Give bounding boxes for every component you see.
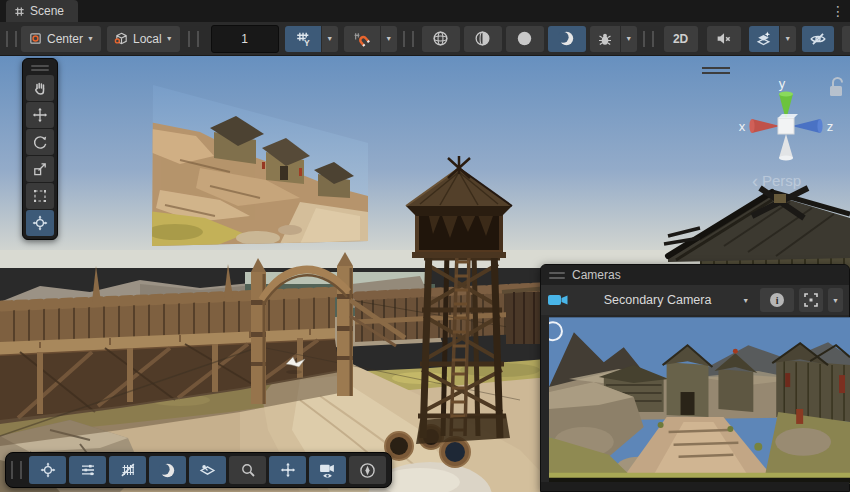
projection-toggle[interactable]: ‹ Persp: [752, 171, 801, 191]
toolbar-drag-handle[interactable]: [643, 31, 654, 47]
svg-text:Y: Y: [304, 38, 310, 47]
overlay-navigation-button[interactable]: [349, 456, 386, 484]
shaded-sphere-icon: [516, 30, 533, 47]
draw-mode-shaded-wireframe-button[interactable]: [464, 26, 502, 52]
audio-muted-icon: [715, 30, 732, 47]
chevron-down-icon: ▼: [742, 297, 749, 304]
draw-mode-wireframe-button[interactable]: [422, 26, 460, 52]
camera-select-value: Secondary Camera: [581, 293, 734, 307]
info-icon: i: [770, 293, 784, 307]
tools-overlay: [22, 58, 58, 240]
overlay-grid-snap-button[interactable]: [109, 456, 146, 484]
rect-tool-button[interactable]: [26, 183, 54, 209]
tools-drag-handle[interactable]: [31, 63, 49, 72]
toolbar-drag-handle[interactable]: [6, 31, 17, 47]
chevron-down-icon: ▼: [326, 35, 333, 42]
hand-icon: [32, 80, 48, 96]
moon-icon: [159, 462, 176, 479]
overlay-search-button[interactable]: [229, 456, 266, 484]
overlays-toolbar: [5, 452, 392, 488]
grid-axis-icon: Y: [294, 30, 311, 47]
overlay-orientation-button[interactable]: [189, 456, 226, 484]
camera-panel-menu-button[interactable]: ▼: [828, 288, 843, 312]
svg-text:Persp: Persp: [762, 172, 801, 189]
snap-toggle-button[interactable]: [344, 26, 380, 52]
orientation-dropdown[interactable]: Local ▼: [107, 26, 180, 52]
move-snap-input[interactable]: [211, 25, 279, 53]
camera-eye-icon: [319, 462, 336, 479]
svg-text:x: x: [739, 119, 746, 134]
snap-menu-button[interactable]: ▼: [381, 26, 397, 52]
more-vertical-icon: ⋮: [831, 3, 845, 19]
scale-icon: [32, 161, 48, 177]
view-hand-tool-button[interactable]: [26, 75, 54, 101]
svg-text:z: z: [827, 119, 834, 134]
chevron-down-icon: ▼: [385, 35, 392, 42]
scene-visibility-button[interactable]: [802, 26, 834, 52]
camera-settings-button[interactable]: [842, 26, 850, 52]
axis-gizmo[interactable]: y x z: [739, 76, 834, 161]
transform-icon: [32, 215, 48, 231]
snap-magnet-icon: [353, 30, 370, 47]
rotate-icon: [32, 134, 48, 150]
transform-icon: [40, 462, 56, 478]
overlay-tools-button[interactable]: [29, 456, 66, 484]
grid-visibility-group: Y ▼: [285, 26, 338, 52]
audio-toggle-button[interactable]: [707, 26, 741, 52]
window-more-menu[interactable]: ⋮: [826, 0, 850, 22]
grid-icon: [14, 6, 25, 17]
grid-visibility-menu-button[interactable]: ▼: [322, 26, 338, 52]
lock-icon[interactable]: [830, 78, 842, 96]
overlay-move-button[interactable]: [269, 456, 306, 484]
overlay-cameras-button[interactable]: [309, 456, 346, 484]
effects-menu-button[interactable]: ▼: [780, 26, 796, 52]
toolbar-drag-handle[interactable]: [403, 31, 414, 47]
gizmo-drag-handle[interactable]: [702, 68, 730, 73]
move-tool-button[interactable]: [26, 102, 54, 128]
debug-modes-group: ▼: [590, 26, 637, 52]
chevron-down-icon: ▼: [832, 297, 839, 304]
grid-visibility-button[interactable]: Y: [285, 26, 321, 52]
camera-focus-button[interactable]: [799, 288, 823, 312]
pivot-mode-dropdown[interactable]: Center ▼: [21, 26, 101, 52]
toolbar-drag-handle[interactable]: [188, 31, 199, 47]
search-icon: [240, 462, 256, 478]
effects-layers-icon: [755, 30, 772, 47]
sliders-icon: [80, 462, 96, 478]
compass-icon: [359, 462, 376, 479]
wireframe-sphere-icon: [432, 30, 449, 47]
bug-icon: [597, 31, 613, 47]
overlays-drag-handle[interactable]: [11, 461, 22, 479]
cameras-panel-header[interactable]: Cameras: [541, 265, 849, 285]
camera-select-dropdown[interactable]: Secondary Camera ▼: [575, 288, 755, 312]
cameras-panel: Cameras Secondary Camera ▼ i ▼: [540, 264, 850, 492]
chevron-down-icon: ▼: [87, 35, 94, 42]
overlay-view-options-button[interactable]: [149, 456, 186, 484]
move-icon: [32, 107, 48, 123]
overlay-tool-settings-button[interactable]: [69, 456, 106, 484]
snap-group: ▼: [344, 26, 397, 52]
grid-slash-icon: [120, 462, 136, 478]
frame-icon: [803, 292, 819, 308]
cameras-panel-controls: Secondary Camera ▼ i ▼: [541, 285, 849, 315]
effects-group: ▼: [749, 26, 796, 52]
svg-text:y: y: [779, 76, 786, 91]
chevron-down-icon: ▼: [625, 35, 632, 42]
camera-settings-group: ▼: [842, 26, 850, 52]
moon-icon: [558, 30, 575, 47]
scale-tool-button[interactable]: [26, 156, 54, 182]
effects-toggle-button[interactable]: [749, 26, 779, 52]
debug-modes-menu-button[interactable]: ▼: [621, 26, 637, 52]
debug-modes-button[interactable]: [590, 26, 620, 52]
draw-mode-shaded-button[interactable]: [506, 26, 544, 52]
2d-mode-button[interactable]: 2D: [664, 26, 698, 52]
pivot-icon: [28, 31, 43, 46]
transform-tool-button[interactable]: [26, 210, 54, 236]
cameras-drag-handle[interactable]: [549, 272, 565, 279]
rect-tool-icon: [32, 188, 48, 204]
rotate-tool-button[interactable]: [26, 129, 54, 155]
tab-scene[interactable]: Scene: [6, 0, 78, 22]
chevron-down-icon: ▼: [784, 35, 791, 42]
camera-info-button[interactable]: i: [760, 288, 794, 312]
scene-lighting-button[interactable]: [548, 26, 586, 52]
